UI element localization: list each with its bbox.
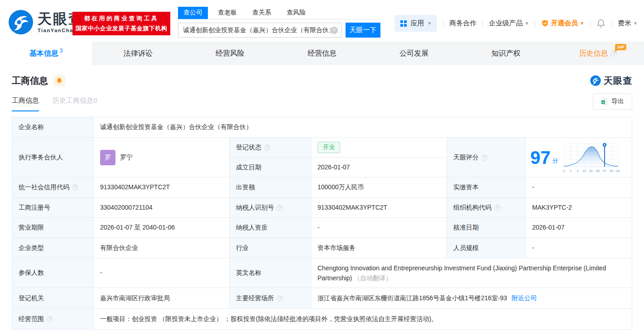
help-icon[interactable]: ? (481, 154, 488, 161)
search-button[interactable]: 天眼一下 (346, 23, 380, 38)
apps-label: 应用 (410, 19, 424, 28)
subtab-history-business-info[interactable]: 历史工商信息0 (53, 96, 97, 111)
premises-value: 浙江省嘉兴市南湖区东栅街道南江路1856号基金小镇1号楼216室-93 附近公司 (311, 288, 632, 308)
main-content: 工商信息 天眼查 工商信息 历史工商信息0 (0, 72, 644, 330)
industry-label: 行业 (230, 238, 311, 258)
tab-label: 经营风险 (216, 49, 245, 58)
industry-value: 资本市场服务 (311, 238, 447, 258)
score-label: 天眼评分 ? (447, 138, 526, 177)
org-code-label: 组织机构代码? (447, 198, 526, 217)
tab-label: 经营信息 (308, 49, 336, 58)
excel-icon: x (601, 98, 608, 105)
staff-size-value: - (526, 238, 632, 258)
org-code-value: MAK3YPTC-2 (526, 198, 632, 217)
monitor-bell-button[interactable] (53, 75, 65, 86)
table-row: 经营范围? 一般项目：创业投资 （限投资未上市企业） ；股权投资(除依法须经批准… (12, 309, 632, 330)
uscc-label: 统一社会信用代码? (12, 177, 94, 197)
staff-size-label: 人员规模 (447, 238, 526, 258)
header-nav: 应用 ▼ 商务合作 企业级产品 ▼ 开通会员 ▼ 费米 ▼ (394, 15, 638, 32)
establish-date-label: 成立日期 (230, 158, 311, 177)
tab-operation-info[interactable]: 经营信息 (276, 42, 368, 65)
caret-down-icon: ▼ (580, 21, 584, 26)
help-icon[interactable]: ? (277, 205, 283, 211)
svg-text:0: 0 (563, 169, 565, 173)
term-label: 营业期限 (12, 218, 94, 238)
authority-value: 嘉兴市南湖区行政审批局 (94, 288, 230, 308)
tab-company-development[interactable]: 公司发展 (368, 42, 460, 65)
status-badge: 开业 (317, 142, 340, 153)
tab-label: 法律诉讼 (124, 49, 153, 58)
insured-label: 参保人数 (12, 258, 94, 288)
table-row: 登记机关 嘉兴市南湖区行政审批局 主要经营场所? 浙江省嘉兴市南湖区东栅街道南江… (12, 288, 632, 309)
vip-badge: VIP (615, 44, 626, 50)
score-unit: 分 (553, 157, 558, 165)
svg-text:100: 100 (615, 169, 620, 173)
tab-intellectual-property[interactable]: 知识产权 (460, 42, 552, 65)
en-name-label: 英文名称 (230, 258, 311, 288)
table-row: 执行事务合伙人 罗 罗宁 登记状态 ? 开业 成 (12, 138, 632, 177)
subtab-business-info[interactable]: 工商信息 (12, 96, 39, 111)
nav-enterprise-product[interactable]: 企业级产品 ▼ (489, 19, 529, 28)
subtab-row: 工商信息 历史工商信息0 x 导出 (12, 92, 632, 111)
authority-label: 登记机关 (12, 288, 94, 308)
tax-id-label: 纳税人识别号? (230, 198, 311, 217)
en-name-value: Chengtong Innovation and Entrepreneurshi… (311, 258, 632, 288)
nav-business-coop[interactable]: 商务合作 (449, 19, 476, 28)
apps-grid-icon (400, 20, 407, 27)
search-tabs: 查公司 查老板 查关系 查风险 (178, 7, 380, 19)
nearby-companies-link[interactable]: 附近公司 (512, 294, 537, 303)
premises-label: 主要经营场所? (230, 288, 311, 308)
divider (482, 20, 483, 27)
watermark-text: 天眼查 (604, 75, 632, 87)
score-number: 97 (530, 149, 551, 167)
help-icon[interactable]: ? (494, 205, 500, 211)
apps-menu[interactable]: 应用 ▼ (394, 15, 437, 32)
search-input[interactable]: 诚通创新创业投资基金（嘉兴）合伙企业（有限合伙） × (178, 23, 342, 38)
export-button[interactable]: x 导出 (593, 93, 632, 110)
help-icon[interactable]: ? (47, 316, 53, 322)
watermark-logo-icon (590, 75, 601, 86)
reg-no-label: 工商注册号 (12, 198, 94, 217)
tax-qual-label: 纳税人资质 (230, 218, 311, 238)
partner-link[interactable]: 罗 罗宁 (100, 150, 133, 165)
scope-value: 一般项目：创业投资 （限投资未上市企业） ；股权投资(除依法须经批准的项目外，凭… (94, 309, 632, 329)
search-tab-company[interactable]: 查公司 (178, 7, 208, 19)
notification-bell-icon[interactable] (596, 19, 606, 28)
tax-id-value: 91330402MAK3YPTC2T (311, 198, 447, 217)
reg-status-label: 登记状态 ? (230, 138, 311, 157)
watermark-logo: 天眼查 (590, 75, 632, 87)
tab-label: 基本信息 (29, 49, 58, 58)
tab-basic-info[interactable]: 基本信息 3 (0, 42, 92, 65)
table-row: 企业名称 诚通创新创业投资基金（嘉兴）合伙企业（有限合伙） (12, 117, 632, 138)
tab-history-info[interactable]: 历史信息 ? VIP (552, 42, 644, 65)
crown-icon (541, 19, 549, 27)
section-title: 工商信息 (12, 75, 48, 87)
clear-icon[interactable]: × (331, 27, 338, 34)
tab-legal-proceedings[interactable]: 法律诉讼 (92, 42, 184, 65)
approval-date-value: 2026-01-07 (526, 218, 632, 238)
tax-qual-value: - (311, 218, 447, 238)
search-tab-relation[interactable]: 查关系 (247, 7, 277, 19)
capital-value: 100000万人民币 (311, 177, 447, 197)
nav-user-menu[interactable]: 费米 ▼ (618, 19, 638, 28)
ent-type-label: 企业类型 (12, 238, 94, 258)
svg-text:85: 85 (596, 169, 599, 173)
help-icon[interactable]: ? (264, 144, 270, 151)
company-name-value: 诚通创新创业投资基金（嘉兴）合伙企业（有限合伙） (94, 117, 632, 137)
business-info-table: 企业名称 诚通创新创业投资基金（嘉兴）合伙企业（有限合伙） 执行事务合伙人 罗 … (12, 117, 632, 330)
search-tab-risk[interactable]: 查风险 (281, 7, 311, 19)
uscc-value: 91330402MAK3YPTC2T (94, 177, 230, 197)
search-query-text: 诚通创新创业投资基金（嘉兴）合伙企业（有限合伙） (183, 26, 331, 34)
search-tab-boss[interactable]: 查老板 (212, 7, 242, 19)
divider (535, 20, 535, 27)
help-icon[interactable]: ? (277, 295, 283, 302)
alert-bell-icon (56, 77, 62, 84)
nav-open-vip[interactable]: 开通会员 ▼ (541, 19, 584, 28)
open-vip-label: 开通会员 (551, 19, 578, 28)
avatar: 罗 (100, 150, 115, 165)
capital-label: 出资额 (230, 177, 311, 197)
table-row: 参保人数 - 英文名称 Chengtong Innovation and Ent… (12, 258, 632, 288)
header: 天眼查 TianYanCha.com 都在用的商业查询工具 国家中小企业发展子基… (0, 0, 644, 42)
help-icon[interactable]: ? (72, 184, 78, 191)
tab-operation-risk[interactable]: 经营风险 (184, 42, 276, 65)
